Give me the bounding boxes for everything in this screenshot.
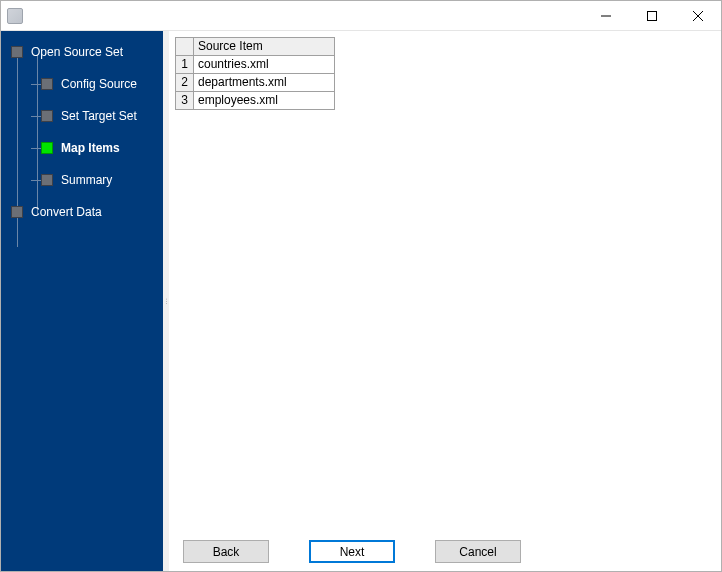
back-button[interactable]: Back (183, 540, 269, 563)
wizard-step-label: Open Source Set (31, 45, 123, 59)
source-item-cell[interactable]: departments.xml (194, 74, 335, 92)
titlebar (1, 1, 721, 31)
wizard-step-label: Convert Data (31, 205, 102, 219)
app-icon (7, 8, 23, 24)
maximize-button[interactable] (629, 1, 675, 31)
source-item-cell[interactable]: employees.xml (194, 92, 335, 110)
next-button[interactable]: Next (309, 540, 395, 563)
minimize-button[interactable] (583, 1, 629, 31)
grid-column-header[interactable]: Source Item (194, 38, 335, 56)
step-marker-active-icon (41, 142, 53, 154)
cancel-button[interactable]: Cancel (435, 540, 521, 563)
step-marker-icon (41, 110, 53, 122)
wizard-step-summary[interactable]: Summary (1, 169, 163, 191)
step-marker-icon (41, 78, 53, 90)
table-row[interactable]: 2departments.xml (176, 74, 335, 92)
wizard-step-label: Summary (61, 173, 112, 187)
wizard-step-convert-data[interactable]: Convert Data (1, 201, 163, 223)
wizard-sidebar: Open Source SetConfig SourceSet Target S… (1, 31, 163, 572)
wizard-step-label: Config Source (61, 77, 137, 91)
svg-rect-1 (648, 11, 657, 20)
close-button[interactable] (675, 1, 721, 31)
step-marker-icon (11, 46, 23, 58)
wizard-step-set-target-set[interactable]: Set Target Set (1, 105, 163, 127)
wizard-step-config-source[interactable]: Config Source (1, 73, 163, 95)
work-area: Source Item 1countries.xml2departments.x… (169, 31, 721, 530)
row-header[interactable]: 3 (176, 92, 194, 110)
wizard-step-label: Map Items (61, 141, 120, 155)
splitter-grip-icon: ··· (164, 298, 168, 305)
step-marker-icon (41, 174, 53, 186)
step-marker-icon (11, 206, 23, 218)
source-items-grid[interactable]: Source Item 1countries.xml2departments.x… (175, 37, 335, 110)
row-header[interactable]: 1 (176, 56, 194, 74)
grid-corner[interactable] (176, 38, 194, 56)
table-row[interactable]: 1countries.xml (176, 56, 335, 74)
row-header[interactable]: 2 (176, 74, 194, 92)
wizard-step-map-items[interactable]: Map Items (1, 137, 163, 159)
table-row[interactable]: 3employees.xml (176, 92, 335, 110)
button-bar: Back Next Cancel (169, 530, 721, 572)
wizard-step-open-source-set[interactable]: Open Source Set (1, 41, 163, 63)
wizard-step-label: Set Target Set (61, 109, 137, 123)
source-item-cell[interactable]: countries.xml (194, 56, 335, 74)
